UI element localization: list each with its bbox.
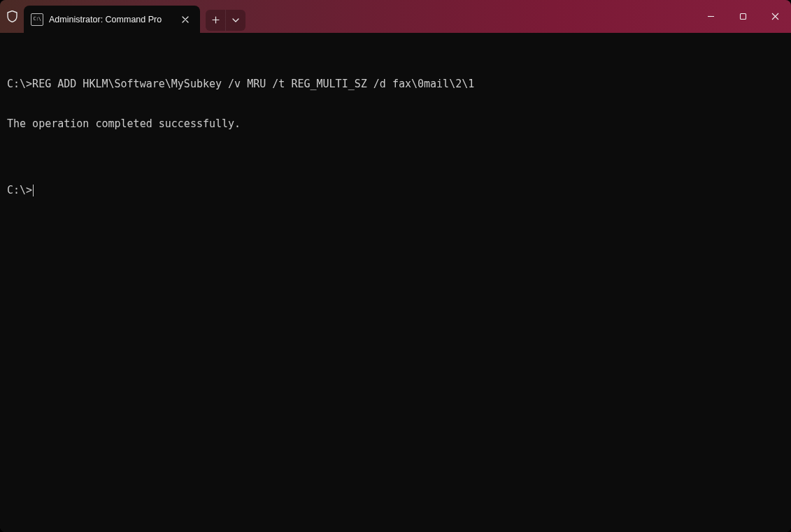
chevron-down-icon [232, 18, 239, 22]
shield-icon [0, 0, 24, 33]
text-cursor [33, 185, 34, 196]
tab-dropdown-button[interactable] [225, 10, 245, 31]
window-controls [694, 0, 791, 33]
terminal-output[interactable]: C:\>REG ADD HKLM\Software\MySubkey /v MR… [0, 33, 791, 532]
minimize-icon [707, 13, 715, 20]
close-window-button[interactable] [759, 0, 791, 33]
tab-actions [206, 10, 245, 31]
maximize-icon [739, 13, 747, 20]
close-icon [182, 16, 189, 23]
titlebar[interactable]: C:\ Administrator: Command Pro [0, 0, 791, 33]
tab-title: Administrator: Command Pro [49, 15, 173, 24]
titlebar-drag-region[interactable] [245, 0, 694, 33]
new-tab-button[interactable] [206, 10, 225, 31]
plus-icon [212, 16, 220, 24]
cmd-icon: C:\ [31, 13, 43, 26]
terminal-line: C:\>REG ADD HKLM\Software\MySubkey /v MR… [7, 78, 788, 91]
svg-rect-0 [740, 14, 746, 20]
terminal-line: The operation completed successfully. [7, 117, 788, 131]
tab-close-button[interactable] [178, 12, 193, 27]
terminal-tab[interactable]: C:\ Administrator: Command Pro [24, 6, 200, 33]
minimize-button[interactable] [694, 0, 727, 33]
window-close-icon [771, 13, 779, 20]
maximize-button[interactable] [727, 0, 759, 33]
terminal-window: C:\ Administrator: Command Pro [0, 0, 791, 532]
titlebar-left: C:\ Administrator: Command Pro [0, 0, 245, 33]
terminal-prompt: C:\> [7, 184, 32, 196]
terminal-prompt-line: C:\> [7, 184, 788, 197]
